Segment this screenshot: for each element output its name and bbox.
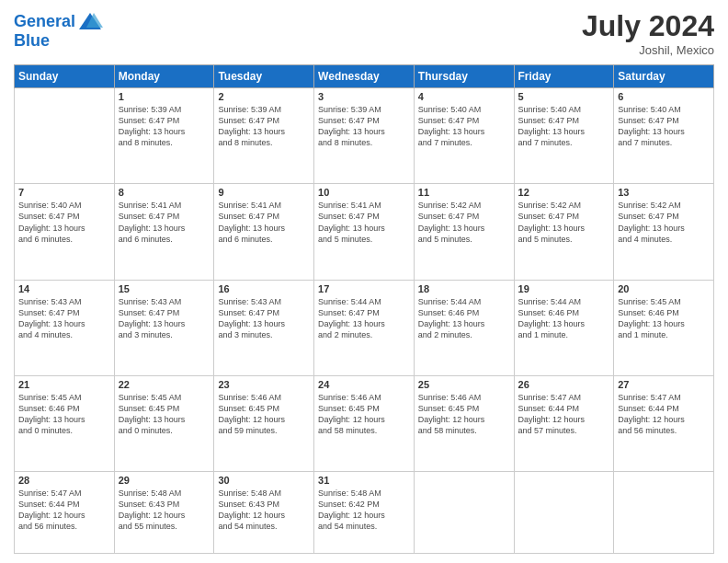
day-cell: 5Sunrise: 5:40 AM Sunset: 6:47 PM Daylig… <box>514 88 614 184</box>
day-info: Sunrise: 5:44 AM Sunset: 6:46 PM Dayligh… <box>518 296 610 341</box>
day-info: Sunrise: 5:41 AM Sunset: 6:47 PM Dayligh… <box>119 200 210 245</box>
day-info: Sunrise: 5:39 AM Sunset: 6:47 PM Dayligh… <box>119 104 210 149</box>
header: General Blue July 2024 Joshil, Mexico <box>14 9 714 57</box>
day-info: Sunrise: 5:44 AM Sunset: 6:47 PM Dayligh… <box>318 296 410 341</box>
day-cell <box>514 472 614 554</box>
day-info: Sunrise: 5:40 AM Sunset: 6:47 PM Dayligh… <box>618 104 710 149</box>
day-info: Sunrise: 5:41 AM Sunset: 6:47 PM Dayligh… <box>318 200 410 245</box>
day-number: 31 <box>318 475 410 486</box>
day-cell: 16Sunrise: 5:43 AM Sunset: 6:47 PM Dayli… <box>214 280 314 375</box>
day-cell: 29Sunrise: 5:48 AM Sunset: 6:43 PM Dayli… <box>114 472 214 554</box>
day-number: 2 <box>218 91 310 102</box>
header-cell-monday: Monday <box>114 65 214 88</box>
week-row-4: 28Sunrise: 5:47 AM Sunset: 6:44 PM Dayli… <box>15 472 714 554</box>
title-block: July 2024 Joshil, Mexico <box>582 9 714 57</box>
day-info: Sunrise: 5:44 AM Sunset: 6:46 PM Dayligh… <box>418 296 510 341</box>
day-cell: 30Sunrise: 5:48 AM Sunset: 6:43 PM Dayli… <box>214 472 314 554</box>
day-info: Sunrise: 5:43 AM Sunset: 6:47 PM Dayligh… <box>218 296 310 341</box>
day-number: 29 <box>119 475 210 486</box>
week-row-3: 21Sunrise: 5:45 AM Sunset: 6:46 PM Dayli… <box>15 375 714 471</box>
day-number: 15 <box>119 283 210 294</box>
day-number: 22 <box>119 379 210 390</box>
logo: General Blue <box>14 9 103 51</box>
day-cell: 12Sunrise: 5:42 AM Sunset: 6:47 PM Dayli… <box>514 184 614 280</box>
day-info: Sunrise: 5:41 AM Sunset: 6:47 PM Dayligh… <box>218 200 310 245</box>
header-cell-wednesday: Wednesday <box>314 65 415 88</box>
day-number: 6 <box>618 91 710 102</box>
day-info: Sunrise: 5:43 AM Sunset: 6:47 PM Dayligh… <box>119 296 210 341</box>
logo-icon <box>77 9 103 35</box>
day-number: 7 <box>18 187 110 198</box>
day-number: 18 <box>418 283 510 294</box>
day-info: Sunrise: 5:47 AM Sunset: 6:44 PM Dayligh… <box>518 392 610 437</box>
day-number: 23 <box>218 379 310 390</box>
day-number: 19 <box>518 283 610 294</box>
day-info: Sunrise: 5:42 AM Sunset: 6:47 PM Dayligh… <box>618 200 710 245</box>
day-cell: 17Sunrise: 5:44 AM Sunset: 6:47 PM Dayli… <box>314 280 415 375</box>
day-number: 9 <box>218 187 310 198</box>
day-number: 4 <box>418 91 510 102</box>
logo-text: General <box>14 13 75 31</box>
day-number: 16 <box>218 283 310 294</box>
day-cell <box>614 472 714 554</box>
header-cell-friday: Friday <box>514 65 614 88</box>
page: General Blue July 2024 Joshil, Mexico Su… <box>0 0 728 563</box>
day-number: 14 <box>18 283 110 294</box>
day-info: Sunrise: 5:46 AM Sunset: 6:45 PM Dayligh… <box>318 392 410 437</box>
day-info: Sunrise: 5:42 AM Sunset: 6:47 PM Dayligh… <box>518 200 610 245</box>
day-info: Sunrise: 5:48 AM Sunset: 6:42 PM Dayligh… <box>318 488 410 533</box>
day-info: Sunrise: 5:45 AM Sunset: 6:46 PM Dayligh… <box>618 296 710 341</box>
week-row-0: 1Sunrise: 5:39 AM Sunset: 6:47 PM Daylig… <box>15 88 714 184</box>
day-info: Sunrise: 5:40 AM Sunset: 6:47 PM Dayligh… <box>418 104 510 149</box>
day-number: 30 <box>218 475 310 486</box>
day-cell <box>15 88 115 184</box>
day-cell: 7Sunrise: 5:40 AM Sunset: 6:47 PM Daylig… <box>15 184 115 280</box>
header-cell-tuesday: Tuesday <box>214 65 314 88</box>
day-cell: 26Sunrise: 5:47 AM Sunset: 6:44 PM Dayli… <box>514 375 614 471</box>
calendar-table: SundayMondayTuesdayWednesdayThursdayFrid… <box>14 64 714 554</box>
day-cell: 21Sunrise: 5:45 AM Sunset: 6:46 PM Dayli… <box>15 375 115 471</box>
day-cell: 24Sunrise: 5:46 AM Sunset: 6:45 PM Dayli… <box>314 375 415 471</box>
day-info: Sunrise: 5:46 AM Sunset: 6:45 PM Dayligh… <box>418 392 510 437</box>
day-info: Sunrise: 5:39 AM Sunset: 6:47 PM Dayligh… <box>318 104 410 149</box>
day-number: 3 <box>318 91 410 102</box>
day-number: 11 <box>418 187 510 198</box>
day-cell: 11Sunrise: 5:42 AM Sunset: 6:47 PM Dayli… <box>414 184 514 280</box>
day-cell: 31Sunrise: 5:48 AM Sunset: 6:42 PM Dayli… <box>314 472 415 554</box>
week-row-2: 14Sunrise: 5:43 AM Sunset: 6:47 PM Dayli… <box>15 280 714 375</box>
day-info: Sunrise: 5:45 AM Sunset: 6:45 PM Dayligh… <box>119 392 210 437</box>
day-cell: 19Sunrise: 5:44 AM Sunset: 6:46 PM Dayli… <box>514 280 614 375</box>
day-number: 25 <box>418 379 510 390</box>
day-info: Sunrise: 5:42 AM Sunset: 6:47 PM Dayligh… <box>418 200 510 245</box>
header-cell-sunday: Sunday <box>15 65 115 88</box>
day-cell: 10Sunrise: 5:41 AM Sunset: 6:47 PM Dayli… <box>314 184 415 280</box>
day-info: Sunrise: 5:48 AM Sunset: 6:43 PM Dayligh… <box>119 488 210 533</box>
day-info: Sunrise: 5:45 AM Sunset: 6:46 PM Dayligh… <box>18 392 110 437</box>
month-title: July 2024 <box>582 9 714 43</box>
day-info: Sunrise: 5:48 AM Sunset: 6:43 PM Dayligh… <box>218 488 310 533</box>
day-cell: 3Sunrise: 5:39 AM Sunset: 6:47 PM Daylig… <box>314 88 415 184</box>
day-cell: 28Sunrise: 5:47 AM Sunset: 6:44 PM Dayli… <box>15 472 115 554</box>
day-number: 10 <box>318 187 410 198</box>
day-cell: 14Sunrise: 5:43 AM Sunset: 6:47 PM Dayli… <box>15 280 115 375</box>
header-cell-saturday: Saturday <box>614 65 714 88</box>
day-info: Sunrise: 5:46 AM Sunset: 6:45 PM Dayligh… <box>218 392 310 437</box>
day-number: 20 <box>618 283 710 294</box>
day-cell <box>414 472 514 554</box>
header-row: SundayMondayTuesdayWednesdayThursdayFrid… <box>15 65 714 88</box>
day-number: 21 <box>18 379 110 390</box>
day-info: Sunrise: 5:39 AM Sunset: 6:47 PM Dayligh… <box>218 104 310 149</box>
day-cell: 4Sunrise: 5:40 AM Sunset: 6:47 PM Daylig… <box>414 88 514 184</box>
day-number: 12 <box>518 187 610 198</box>
day-cell: 1Sunrise: 5:39 AM Sunset: 6:47 PM Daylig… <box>114 88 214 184</box>
day-cell: 22Sunrise: 5:45 AM Sunset: 6:45 PM Dayli… <box>114 375 214 471</box>
day-cell: 18Sunrise: 5:44 AM Sunset: 6:46 PM Dayli… <box>414 280 514 375</box>
day-cell: 27Sunrise: 5:47 AM Sunset: 6:44 PM Dayli… <box>614 375 714 471</box>
day-info: Sunrise: 5:43 AM Sunset: 6:47 PM Dayligh… <box>18 296 110 341</box>
location: Joshil, Mexico <box>582 43 714 57</box>
day-cell: 8Sunrise: 5:41 AM Sunset: 6:47 PM Daylig… <box>114 184 214 280</box>
week-row-1: 7Sunrise: 5:40 AM Sunset: 6:47 PM Daylig… <box>15 184 714 280</box>
day-info: Sunrise: 5:47 AM Sunset: 6:44 PM Dayligh… <box>618 392 710 437</box>
day-cell: 2Sunrise: 5:39 AM Sunset: 6:47 PM Daylig… <box>214 88 314 184</box>
day-cell: 6Sunrise: 5:40 AM Sunset: 6:47 PM Daylig… <box>614 88 714 184</box>
